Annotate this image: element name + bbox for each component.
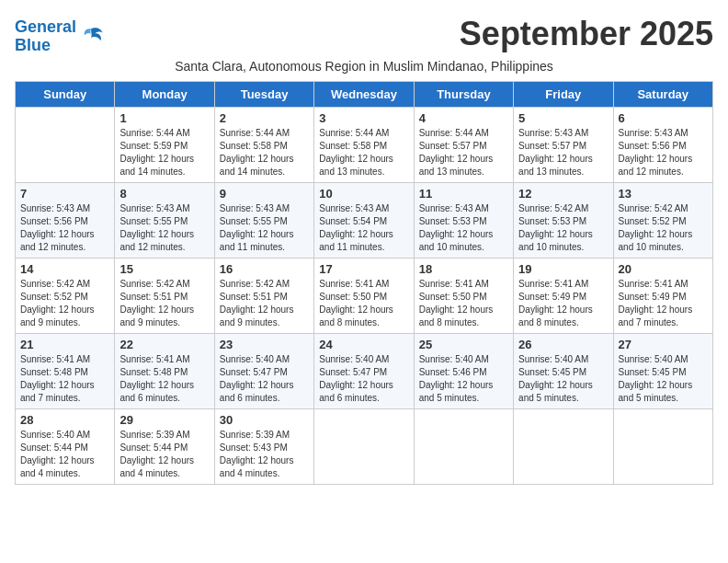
day-number: 29: [119, 413, 209, 427]
col-header-tuesday: Tuesday: [214, 81, 313, 107]
week-row-2: 7Sunrise: 5:43 AM Sunset: 5:56 PM Daylig…: [16, 182, 713, 258]
header-row: SundayMondayTuesdayWednesdayThursdayFrid…: [16, 81, 713, 107]
day-number: 24: [319, 338, 408, 351]
day-info: Sunrise: 5:40 AM Sunset: 5:46 PM Dayligh…: [419, 353, 508, 405]
day-info: Sunrise: 5:40 AM Sunset: 5:45 PM Dayligh…: [518, 353, 608, 405]
day-info: Sunrise: 5:42 AM Sunset: 5:52 PM Dayligh…: [20, 278, 109, 329]
day-info: Sunrise: 5:43 AM Sunset: 5:57 PM Dayligh…: [518, 127, 608, 178]
day-number: 27: [619, 338, 708, 351]
day-info: Sunrise: 5:40 AM Sunset: 5:45 PM Dayligh…: [619, 353, 708, 405]
day-cell: 4Sunrise: 5:44 AM Sunset: 5:57 PM Daylig…: [414, 107, 513, 182]
day-cell: 22Sunrise: 5:41 AM Sunset: 5:48 PM Dayli…: [115, 333, 214, 408]
calendar-table: SundayMondayTuesdayWednesdayThursdayFrid…: [15, 81, 713, 485]
day-number: 22: [119, 338, 209, 351]
day-cell: 20Sunrise: 5:41 AM Sunset: 5:49 PM Dayli…: [613, 258, 712, 333]
day-number: 6: [619, 111, 708, 125]
day-number: 17: [319, 262, 408, 276]
day-info: Sunrise: 5:42 AM Sunset: 5:53 PM Dayligh…: [518, 202, 608, 254]
month-title: September 2025: [460, 15, 713, 53]
day-cell: 15Sunrise: 5:42 AM Sunset: 5:51 PM Dayli…: [115, 258, 214, 333]
day-cell: 17Sunrise: 5:41 AM Sunset: 5:50 PM Dayli…: [314, 258, 414, 333]
day-cell: [414, 408, 513, 484]
week-row-3: 14Sunrise: 5:42 AM Sunset: 5:52 PM Dayli…: [16, 258, 713, 333]
day-number: 10: [319, 187, 408, 201]
day-info: Sunrise: 5:39 AM Sunset: 5:43 PM Dayligh…: [220, 429, 309, 480]
col-header-wednesday: Wednesday: [314, 81, 414, 107]
day-info: Sunrise: 5:40 AM Sunset: 5:47 PM Dayligh…: [319, 353, 408, 405]
day-number: 3: [319, 111, 408, 125]
day-info: Sunrise: 5:44 AM Sunset: 5:58 PM Dayligh…: [319, 127, 408, 178]
logo-bird-icon: [78, 24, 104, 50]
day-cell: 8Sunrise: 5:43 AM Sunset: 5:55 PM Daylig…: [115, 182, 214, 258]
col-header-saturday: Saturday: [613, 81, 712, 107]
day-info: Sunrise: 5:42 AM Sunset: 5:51 PM Dayligh…: [220, 278, 309, 329]
day-cell: 29Sunrise: 5:39 AM Sunset: 5:44 PM Dayli…: [115, 408, 214, 484]
page-header: General Blue September 2025: [15, 15, 713, 55]
day-info: Sunrise: 5:40 AM Sunset: 5:44 PM Dayligh…: [20, 429, 109, 480]
day-info: Sunrise: 5:42 AM Sunset: 5:52 PM Dayligh…: [619, 202, 708, 254]
day-number: 28: [20, 413, 109, 427]
day-info: Sunrise: 5:41 AM Sunset: 5:49 PM Dayligh…: [619, 278, 708, 329]
day-number: 7: [20, 187, 109, 201]
day-number: 15: [119, 262, 209, 276]
day-info: Sunrise: 5:41 AM Sunset: 5:50 PM Dayligh…: [419, 278, 508, 329]
col-header-monday: Monday: [115, 81, 214, 107]
day-cell: [514, 408, 613, 484]
day-info: Sunrise: 5:40 AM Sunset: 5:47 PM Dayligh…: [220, 353, 309, 405]
logo-line1: General: [15, 17, 76, 36]
day-number: 13: [619, 187, 708, 201]
day-cell: [613, 408, 712, 484]
day-info: Sunrise: 5:43 AM Sunset: 5:55 PM Dayligh…: [220, 202, 309, 254]
day-cell: 9Sunrise: 5:43 AM Sunset: 5:55 PM Daylig…: [214, 182, 313, 258]
day-cell: 12Sunrise: 5:42 AM Sunset: 5:53 PM Dayli…: [514, 182, 613, 258]
day-cell: 13Sunrise: 5:42 AM Sunset: 5:52 PM Dayli…: [613, 182, 712, 258]
day-info: Sunrise: 5:43 AM Sunset: 5:53 PM Dayligh…: [419, 202, 508, 254]
day-number: 18: [419, 262, 508, 276]
day-cell: 7Sunrise: 5:43 AM Sunset: 5:56 PM Daylig…: [16, 182, 115, 258]
col-header-friday: Friday: [514, 81, 613, 107]
day-number: 8: [119, 187, 209, 201]
day-number: 26: [518, 338, 608, 351]
day-cell: 18Sunrise: 5:41 AM Sunset: 5:50 PM Dayli…: [414, 258, 513, 333]
week-row-5: 28Sunrise: 5:40 AM Sunset: 5:44 PM Dayli…: [16, 408, 713, 484]
day-number: 4: [419, 111, 508, 125]
day-number: 25: [419, 338, 508, 351]
day-cell: 3Sunrise: 5:44 AM Sunset: 5:58 PM Daylig…: [314, 107, 414, 182]
day-info: Sunrise: 5:44 AM Sunset: 5:58 PM Dayligh…: [220, 127, 309, 178]
day-info: Sunrise: 5:43 AM Sunset: 5:56 PM Dayligh…: [20, 202, 109, 254]
day-number: 30: [220, 413, 309, 427]
day-info: Sunrise: 5:43 AM Sunset: 5:56 PM Dayligh…: [619, 127, 708, 178]
day-cell: 16Sunrise: 5:42 AM Sunset: 5:51 PM Dayli…: [214, 258, 313, 333]
day-cell: 25Sunrise: 5:40 AM Sunset: 5:46 PM Dayli…: [414, 333, 513, 408]
week-row-1: 1Sunrise: 5:44 AM Sunset: 5:59 PM Daylig…: [16, 107, 713, 182]
day-cell: [16, 107, 115, 182]
day-number: 5: [518, 111, 608, 125]
day-info: Sunrise: 5:41 AM Sunset: 5:48 PM Dayligh…: [119, 353, 209, 405]
day-number: 11: [419, 187, 508, 201]
day-info: Sunrise: 5:42 AM Sunset: 5:51 PM Dayligh…: [119, 278, 209, 329]
day-number: 20: [619, 262, 708, 276]
day-cell: 19Sunrise: 5:41 AM Sunset: 5:49 PM Dayli…: [514, 258, 613, 333]
day-info: Sunrise: 5:44 AM Sunset: 5:57 PM Dayligh…: [419, 127, 508, 178]
day-number: 9: [220, 187, 309, 201]
day-cell: 11Sunrise: 5:43 AM Sunset: 5:53 PM Dayli…: [414, 182, 513, 258]
day-number: 12: [518, 187, 608, 201]
day-info: Sunrise: 5:43 AM Sunset: 5:55 PM Dayligh…: [119, 202, 209, 254]
week-row-4: 21Sunrise: 5:41 AM Sunset: 5:48 PM Dayli…: [16, 333, 713, 408]
day-info: Sunrise: 5:41 AM Sunset: 5:48 PM Dayligh…: [20, 353, 109, 405]
day-number: 16: [220, 262, 309, 276]
day-info: Sunrise: 5:41 AM Sunset: 5:49 PM Dayligh…: [518, 278, 608, 329]
logo: General Blue: [15, 18, 104, 55]
day-cell: 26Sunrise: 5:40 AM Sunset: 5:45 PM Dayli…: [514, 333, 613, 408]
day-cell: 5Sunrise: 5:43 AM Sunset: 5:57 PM Daylig…: [514, 107, 613, 182]
col-header-sunday: Sunday: [16, 81, 115, 107]
day-cell: 24Sunrise: 5:40 AM Sunset: 5:47 PM Dayli…: [314, 333, 414, 408]
day-number: 21: [20, 338, 109, 351]
day-info: Sunrise: 5:39 AM Sunset: 5:44 PM Dayligh…: [119, 429, 209, 480]
day-info: Sunrise: 5:44 AM Sunset: 5:59 PM Dayligh…: [119, 127, 209, 178]
logo-line2: Blue: [15, 36, 51, 54]
day-cell: 10Sunrise: 5:43 AM Sunset: 5:54 PM Dayli…: [314, 182, 414, 258]
col-header-thursday: Thursday: [414, 81, 513, 107]
day-cell: 6Sunrise: 5:43 AM Sunset: 5:56 PM Daylig…: [613, 107, 712, 182]
day-number: 1: [119, 111, 209, 125]
